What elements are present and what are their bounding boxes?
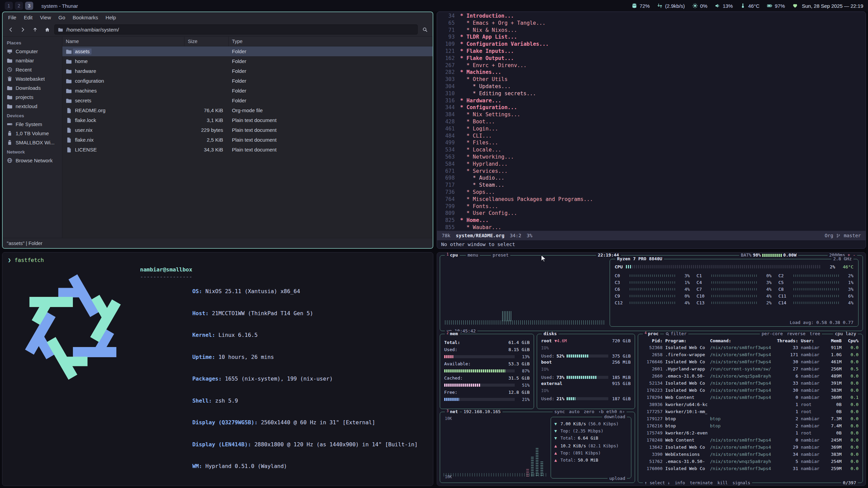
net-control-button[interactable]: auto (569, 409, 579, 414)
org-heading-line[interactable]: 310 * Editing secrets... (440, 90, 866, 97)
column-header-size[interactable]: Size (184, 37, 229, 46)
file-row[interactable]: flake.nix 2,5 KiB Plain text document (62, 135, 433, 145)
sidebar-place-item[interactable]: Wastebasket (3, 74, 62, 83)
header-command[interactable]: Command: (710, 338, 774, 343)
org-heading-line[interactable]: 282 * Machines... (440, 69, 866, 76)
topbar-module[interactable] (792, 3, 798, 8)
proc-footer-button[interactable]: ↑ select ↓ (645, 480, 670, 486)
column-header-name[interactable]: Name (62, 37, 184, 46)
process-row[interactable]: 176646 Isolated Web Co /nix/store/sm8fnr… (642, 358, 859, 365)
proc-filter-button[interactable]: filter (664, 331, 688, 337)
process-row[interactable]: 52134 Isolated Web Co /nix/store/sm8fnrf… (642, 380, 859, 387)
proc-footer-button[interactable]: kill (717, 480, 728, 486)
header-threads[interactable]: Threads: (776, 338, 798, 343)
sidebar-network-item[interactable]: Browse Network (3, 156, 62, 165)
file-row[interactable]: configuration Folder (62, 76, 433, 86)
org-heading-line[interactable]: 563 * Networking... (440, 154, 866, 161)
sidebar-place-item[interactable]: nextcloud (3, 102, 62, 111)
topbar-module[interactable]: 97% (767, 3, 785, 9)
sidebar-device-item[interactable]: 1,0 TB Volume (3, 129, 62, 138)
sidebar-place-item[interactable]: Recent (3, 65, 62, 74)
proc-option-button[interactable]: per-core (762, 331, 783, 337)
file-row[interactable]: home Folder (62, 56, 433, 66)
org-heading-line[interactable]: 316 * Hardware... (440, 97, 866, 104)
org-heading-line[interactable]: 534 * Locale... (440, 146, 866, 154)
org-heading-line[interactable]: 671 * Services... (440, 168, 866, 175)
org-heading-line[interactable]: 809 * User Config... (440, 210, 866, 217)
proc-sort-selector[interactable]: cpu lazy (833, 331, 858, 337)
path-bar[interactable]: /home/nambiar/system/ (54, 24, 418, 35)
header-pid[interactable]: Pid: (642, 338, 663, 343)
org-heading-line[interactable]: 344 * Configuration... (440, 104, 866, 111)
download-tab[interactable]: download (602, 414, 627, 420)
header-mem[interactable]: MemB (824, 338, 842, 343)
file-row[interactable]: hardware Folder (62, 66, 433, 76)
sidebar-place-item[interactable]: Downloads (3, 83, 62, 93)
emacs-buffer[interactable]: 34 * Introduction... 65 * Emacs + Org + … (437, 12, 866, 231)
process-row[interactable]: 179127 btop btop 2 nambiar 7.3M 0.0 (642, 415, 859, 422)
menu-item[interactable]: Go (55, 13, 68, 22)
back-button[interactable] (5, 25, 16, 34)
workspace-button[interactable]: 2 (15, 2, 23, 10)
clock[interactable]: Sun, 28 Sep 2025 — 22:19 (802, 3, 863, 9)
org-heading-line[interactable]: 267 * Envrc + Direnv... (440, 62, 866, 69)
org-heading-line[interactable]: 799 * Fonts... (440, 203, 866, 210)
org-heading-line[interactable]: 584 * Hyprland... (440, 161, 866, 168)
header-cpu[interactable]: Cpu% (844, 338, 859, 343)
menu-item[interactable]: Bookmarks (69, 13, 101, 22)
net-box-title[interactable]: 3net (445, 409, 460, 414)
process-row[interactable]: 178248 Web Content /nix/store/sm8fnrf3wp… (642, 436, 859, 444)
proc-footer-button[interactable]: signals (732, 480, 750, 486)
sidebar-place-item[interactable]: projects (3, 93, 62, 102)
process-row[interactable]: 52368 Isolated Web Co /nix/store/sm8fnrf… (642, 344, 859, 351)
net-control-button[interactable]: ‹b eth0 n› (598, 409, 625, 414)
workspace-button[interactable]: 1 (5, 2, 13, 10)
org-heading-line[interactable]: 825 * Home... (440, 217, 866, 224)
sidebar-device-item[interactable]: File System (3, 120, 62, 129)
org-heading-line[interactable]: 698 * Audio... (440, 175, 866, 182)
sidebar-device-item[interactable]: SMALLBOX Wi... (3, 138, 62, 147)
org-heading-line[interactable]: 93 * TLDR App List... (440, 34, 866, 41)
sidebar-place-item[interactable]: Computer (3, 47, 62, 56)
org-heading-line[interactable]: 717 * Steam... (440, 182, 866, 189)
process-row[interactable]: 51762 .emacs-31.0.50- /nix/store/wnqz5pa… (642, 458, 859, 465)
up-button[interactable] (30, 25, 40, 34)
org-heading-line[interactable]: 121 * Flake Inputs... (440, 48, 866, 55)
process-row[interactable]: 178294 Web Content /nix/store/sm8fnrf3wp… (642, 394, 859, 401)
net-control-button[interactable]: sync (554, 409, 565, 414)
org-heading-line[interactable]: 34 * Introduction... (440, 13, 866, 20)
process-row[interactable]: 176223 Isolated Web Co /nix/store/sm8fnr… (642, 387, 859, 394)
org-heading-line[interactable]: 303 * Other Utils (440, 76, 866, 83)
workspace-button[interactable]: 3 (25, 2, 33, 10)
process-row[interactable]: 13642 Isolated Web Co /nix/store/sm8fnrf… (642, 444, 859, 451)
topbar-module[interactable]: 46°C (740, 3, 760, 9)
disks-box-title[interactable]: disks (542, 331, 558, 337)
mem-box-title[interactable]: 2mem (445, 331, 460, 337)
process-row[interactable]: 177257 kworker/10:1-mm_ 1 root 0B 0.0 (642, 408, 859, 415)
org-heading-line[interactable]: 499 * Files... (440, 139, 866, 146)
org-heading-line[interactable]: 109 * Configuration Variables... (440, 41, 866, 48)
file-row[interactable]: secrets Folder (62, 96, 433, 105)
net-control-button[interactable]: zero (584, 409, 594, 414)
org-heading-line[interactable]: 764 * Miscellaneous Packages and Program… (440, 196, 866, 203)
menu-item[interactable]: Edit (20, 13, 36, 22)
search-button[interactable] (420, 25, 430, 34)
process-row[interactable]: 175749 kworker/6:2-even 1 root 0B 0.0 (642, 429, 859, 436)
terminal-window[interactable]: ❯ fastfetch nambiar (2, 252, 433, 486)
org-heading-line[interactable]: 71 * Nix & Nixos... (440, 27, 866, 34)
proc-box-title[interactable]: 4proc (643, 331, 660, 337)
file-row[interactable]: README.org 76,4 KiB Org-mode file (62, 105, 433, 115)
column-header-type[interactable]: Type (229, 37, 433, 46)
menu-item[interactable]: Help (102, 13, 119, 22)
process-row[interactable]: 176216 btop btop 2 nambiar 7.4M 0.0 (642, 422, 859, 429)
file-row[interactable]: assets Folder (62, 46, 433, 56)
btop-preset-button[interactable]: preset (491, 252, 510, 258)
org-heading-line[interactable]: 484 * CLI... (440, 133, 866, 140)
file-row[interactable]: machines Folder (62, 86, 433, 96)
process-row[interactable]: 3390 WebExtensions /nix/store/sm8fnrf3wp… (642, 451, 859, 458)
org-heading-line[interactable]: 736 * Sops... (440, 189, 866, 196)
cpu-box-title[interactable]: 1cpu (445, 252, 460, 258)
proc-footer-button[interactable]: info (675, 480, 685, 486)
file-row[interactable]: user.nix 229 bytes Plain text document (62, 125, 433, 135)
topbar-module[interactable]: (2.9kb/s) (657, 3, 685, 9)
